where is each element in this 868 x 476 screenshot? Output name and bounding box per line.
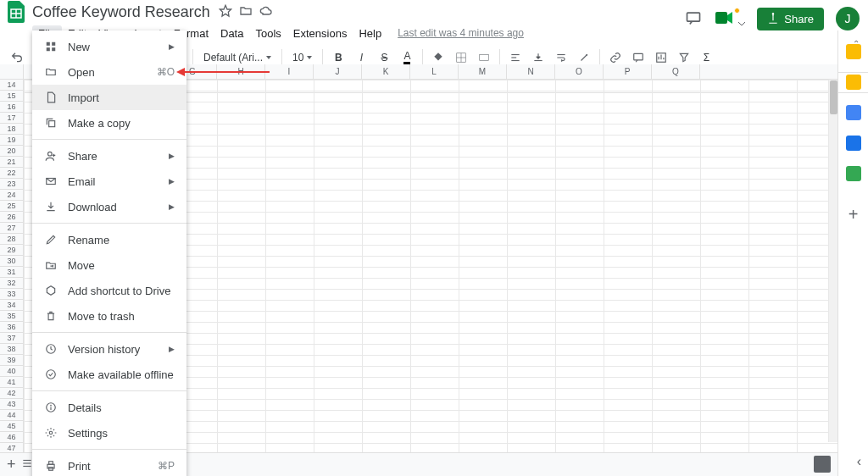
menu-item-make_copy[interactable]: Make a copy: [32, 110, 186, 136]
col-header-O[interactable]: O: [555, 64, 604, 79]
share-button-label: Share: [784, 13, 814, 25]
row-header-25[interactable]: 25: [0, 201, 23, 212]
caret-down-icon: [266, 56, 271, 59]
menu-item-add_shortcut[interactable]: Add shortcut to Drive: [32, 278, 186, 303]
menu-extensions[interactable]: Extensions: [287, 25, 353, 42]
move-to-folder-icon[interactable]: [239, 4, 253, 20]
svg-rect-22: [52, 42, 55, 46]
side-panel-expand-icon[interactable]: ‹: [857, 454, 861, 469]
row-header-29[interactable]: 29: [0, 245, 23, 256]
row-header-30[interactable]: 30: [0, 256, 23, 267]
menu-item-settings[interactable]: Settings: [32, 420, 186, 446]
row-header-31[interactable]: 31: [0, 267, 23, 278]
last-edit-info[interactable]: Last edit was 4 minutes ago: [398, 27, 524, 39]
select-all-corner[interactable]: [0, 64, 24, 80]
menu-item-details[interactable]: Details: [32, 395, 186, 420]
row-header-44[interactable]: 44: [0, 410, 23, 421]
account-avatar[interactable]: J: [836, 7, 860, 30]
menu-item-label: Details: [68, 401, 102, 414]
row-header-35[interactable]: 35: [0, 311, 23, 322]
menu-help[interactable]: Help: [353, 25, 387, 42]
row-header-27[interactable]: 27: [0, 223, 23, 234]
row-header-26[interactable]: 26: [0, 212, 23, 223]
row-header-22[interactable]: 22: [0, 168, 23, 179]
col-header-P[interactable]: P: [604, 64, 652, 79]
col-header-M[interactable]: M: [459, 64, 507, 79]
info-icon: [44, 401, 58, 414]
row-header-42[interactable]: 42: [0, 388, 23, 399]
svg-point-32: [51, 405, 52, 406]
row-header-21[interactable]: 21: [0, 157, 23, 168]
menu-item-version[interactable]: Version history▶: [32, 336, 186, 362]
menu-data[interactable]: Data: [214, 25, 249, 42]
menu-item-print[interactable]: Print⌘P: [32, 453, 186, 476]
row-header-41[interactable]: 41: [0, 377, 23, 388]
row-header-17[interactable]: 17: [0, 113, 23, 124]
menu-item-offline[interactable]: Make available offline: [32, 362, 186, 387]
doc-title[interactable]: Coffee Keyword Research: [27, 3, 215, 21]
shortcut-icon: [44, 284, 58, 297]
row-header-37[interactable]: 37: [0, 333, 23, 344]
gear-icon: [44, 426, 58, 440]
vertical-scrollbar[interactable]: [828, 80, 837, 442]
row-header-34[interactable]: 34: [0, 300, 23, 311]
maps-icon[interactable]: [846, 166, 861, 181]
menu-item-rename[interactable]: Rename: [32, 227, 186, 252]
col-header-N[interactable]: N: [507, 64, 555, 79]
row-header-15[interactable]: 15: [0, 91, 23, 102]
contacts-icon[interactable]: [846, 136, 861, 151]
row-header-47[interactable]: 47: [0, 443, 23, 452]
menu-tools[interactable]: Tools: [249, 25, 287, 42]
row-header-45[interactable]: 45: [0, 421, 23, 432]
folder-icon: [44, 65, 58, 79]
col-header-J[interactable]: J: [314, 64, 362, 79]
sheets-logo-icon[interactable]: [5, 1, 27, 23]
comment-history-icon[interactable]: [685, 9, 702, 29]
submenu-arrow-icon: ▶: [169, 202, 175, 211]
row-header-16[interactable]: 16: [0, 102, 23, 113]
row-header-24[interactable]: 24: [0, 190, 23, 201]
menu-item-label: New: [68, 41, 90, 53]
row-header-20[interactable]: 20: [0, 146, 23, 157]
tasks-icon[interactable]: [846, 105, 861, 120]
row-header-28[interactable]: 28: [0, 234, 23, 245]
menu-item-download[interactable]: Download▶: [32, 194, 186, 219]
row-header-23[interactable]: 23: [0, 179, 23, 190]
row-header-18[interactable]: 18: [0, 124, 23, 135]
row-header-32[interactable]: 32: [0, 278, 23, 289]
col-header-L[interactable]: L: [410, 64, 459, 79]
menu-item-open[interactable]: Open⌘O: [32, 59, 186, 85]
row-header-19[interactable]: 19: [0, 135, 23, 146]
calendar-icon[interactable]: [846, 44, 861, 59]
move-icon: [44, 258, 58, 272]
meet-icon[interactable]: [714, 9, 746, 29]
explore-button[interactable]: [814, 456, 831, 473]
svg-rect-23: [47, 47, 50, 51]
all-sheets-button[interactable]: [21, 457, 33, 472]
get-addons-button[interactable]: +: [849, 205, 859, 224]
star-icon[interactable]: [219, 4, 232, 20]
col-header-Q[interactable]: Q: [652, 64, 700, 79]
menu-item-import[interactable]: Import: [32, 85, 186, 110]
share-button[interactable]: Share: [757, 8, 824, 30]
col-header-K[interactable]: K: [362, 64, 410, 79]
row-header-36[interactable]: 36: [0, 322, 23, 333]
row-header-40[interactable]: 40: [0, 366, 23, 377]
col-header-I[interactable]: I: [265, 64, 314, 79]
menu-item-share[interactable]: Share▶: [32, 143, 186, 169]
menu-item-trash[interactable]: Move to trash: [32, 303, 186, 329]
row-header-33[interactable]: 33: [0, 289, 23, 300]
add-sheet-button[interactable]: +: [7, 456, 16, 473]
menu-item-email[interactable]: Email▶: [32, 169, 186, 194]
keep-icon[interactable]: [846, 75, 861, 90]
row-header-14[interactable]: 14: [0, 80, 23, 91]
shortcut-label: ⌘O: [157, 66, 175, 78]
menu-item-move[interactable]: Move: [32, 252, 186, 278]
cloud-status-icon[interactable]: [259, 4, 273, 20]
row-header-43[interactable]: 43: [0, 399, 23, 410]
row-header-39[interactable]: 39: [0, 355, 23, 366]
row-header-38[interactable]: 38: [0, 344, 23, 355]
row-header-46[interactable]: 46: [0, 432, 23, 443]
menu-item-new[interactable]: New▶: [32, 34, 186, 59]
menu-item-label: Make a copy: [68, 117, 131, 130]
